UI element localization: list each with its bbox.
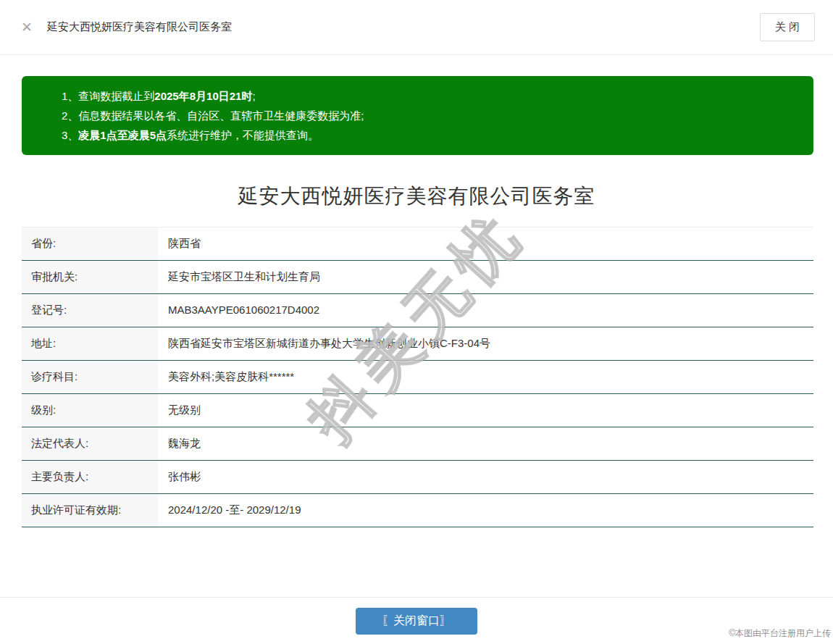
row-label: 级别: bbox=[22, 394, 158, 427]
table-row-legal-representative: 法定代表人: 魏海龙 bbox=[22, 427, 813, 461]
notice-line-3-post: 系统进行维护，不能提供查询。 bbox=[167, 129, 319, 141]
notice-box: 1、查询数据截止到2025年8月10日21时; 2、信息数据结果以各省、自治区、… bbox=[22, 76, 813, 155]
row-value: 美容外科;美容皮肤科****** bbox=[158, 361, 813, 393]
notice-line-1: 1、查询数据截止到2025年8月10日21时; bbox=[62, 86, 799, 106]
header-title: 延安大西悦妍医疗美容有限公司医务室 bbox=[47, 20, 232, 34]
table-row-treatment-subjects: 诊疗科目: 美容外科;美容皮肤科****** bbox=[22, 361, 813, 394]
close-button[interactable]: 关 闭 bbox=[760, 13, 815, 41]
notice-line-3-num: 3、 bbox=[62, 129, 78, 141]
page: ✕ 延安大西悦妍医疗美容有限公司医务室 关 闭 1、查询数据截止到2025年8月… bbox=[0, 0, 833, 644]
table-row-registration-number: 登记号: MAB3AAYPE061060217D4002 bbox=[22, 294, 813, 327]
row-label: 地址: bbox=[22, 327, 158, 360]
footer-bar: 〖关闭窗口〗 bbox=[0, 597, 833, 644]
notice-line-1-post: ; bbox=[252, 90, 255, 102]
close-window-button[interactable]: 〖关闭窗口〗 bbox=[356, 608, 477, 635]
notice-line-2-num: 2、 bbox=[62, 109, 78, 122]
notice-line-2: 2、信息数据结果以各省、自治区、直辖市卫生健康委数据为准; bbox=[62, 106, 799, 125]
row-value: 陕西省延安市宝塔区新城街道办事处大学生创新创业小镇C-F3-04号 bbox=[158, 327, 813, 360]
row-value: 陕西省 bbox=[158, 227, 813, 260]
notice-line-3: 3、凌晨1点至凌晨5点系统进行维护，不能提供查询。 bbox=[62, 125, 799, 145]
table-row-license-validity: 执业许可证有效期: 2024/12/20 -至- 2029/12/19 bbox=[22, 494, 813, 527]
row-label: 诊疗科目: bbox=[22, 361, 158, 393]
table-row-address: 地址: 陕西省延安市宝塔区新城街道办事处大学生创新创业小镇C-F3-04号 bbox=[22, 327, 813, 361]
row-value: MAB3AAYPE061060217D4002 bbox=[158, 294, 813, 327]
notice-line-3-bold: 凌晨1点至凌晨5点 bbox=[78, 129, 167, 141]
row-label: 省份: bbox=[22, 227, 158, 260]
row-value: 张伟彬 bbox=[158, 461, 813, 493]
table-row-province: 省份: 陕西省 bbox=[22, 227, 813, 261]
row-label: 登记号: bbox=[22, 294, 158, 327]
notice-line-1-pre: 查询数据截止到 bbox=[78, 90, 154, 102]
table-row-principal: 主要负责人: 张伟彬 bbox=[22, 461, 813, 494]
row-value: 2024/12/20 -至- 2029/12/19 bbox=[158, 494, 813, 527]
table-row-approval-authority: 审批机关: 延安市宝塔区卫生和计划生育局 bbox=[22, 261, 813, 294]
notice-line-2-pre: 信息数据结果以各省、自治区、直辖市卫生健康委数据为准; bbox=[78, 109, 364, 122]
row-label: 执业许可证有效期: bbox=[22, 494, 158, 527]
row-label: 主要负责人: bbox=[22, 461, 158, 493]
row-value: 延安市宝塔区卫生和计划生育局 bbox=[158, 261, 813, 293]
row-label: 审批机关: bbox=[22, 261, 158, 293]
copyright-watermark: ©本图由平台注册用户上传 bbox=[729, 627, 831, 640]
row-value: 魏海龙 bbox=[158, 427, 813, 460]
notice-line-1-num: 1、 bbox=[62, 90, 78, 102]
notice-line-1-bold: 2025年8月10日21时 bbox=[154, 90, 252, 102]
page-title: 延安大西悦妍医疗美容有限公司医务室 bbox=[0, 183, 833, 210]
close-x-icon[interactable]: ✕ bbox=[18, 20, 35, 34]
info-table: 省份: 陕西省 审批机关: 延安市宝塔区卫生和计划生育局 登记号: MAB3AA… bbox=[22, 227, 813, 527]
header: ✕ 延安大西悦妍医疗美容有限公司医务室 关 闭 bbox=[0, 0, 833, 55]
row-value: 无级别 bbox=[158, 394, 813, 427]
table-row-level: 级别: 无级别 bbox=[22, 394, 813, 427]
row-label: 法定代表人: bbox=[22, 427, 158, 460]
